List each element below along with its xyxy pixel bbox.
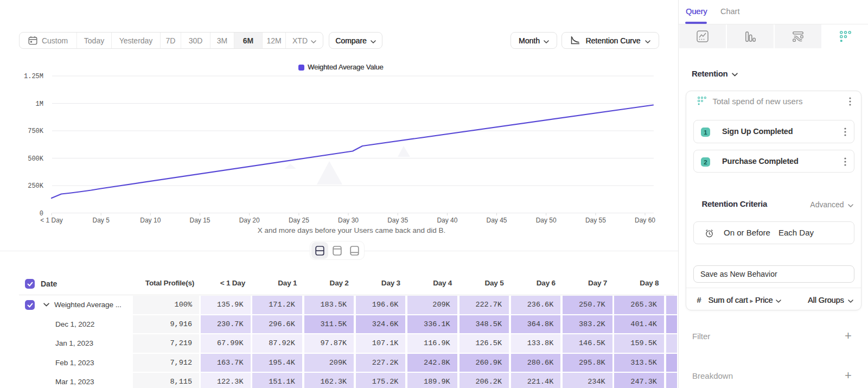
svg-text:750K: 750K — [28, 128, 44, 135]
svg-text:< 1 Day: < 1 Day — [40, 217, 63, 224]
svg-text:1.25M: 1.25M — [24, 73, 43, 80]
svg-text:Day 15: Day 15 — [189, 217, 210, 224]
svg-text:Day 50: Day 50 — [536, 217, 557, 224]
svg-text:Day 55: Day 55 — [585, 217, 606, 224]
svg-text:Day 20: Day 20 — [239, 217, 260, 224]
svg-text:Day 25: Day 25 — [289, 217, 309, 224]
svg-text:500K: 500K — [28, 155, 44, 163]
svg-text:Day 10: Day 10 — [140, 217, 161, 224]
svg-text:Day 30: Day 30 — [338, 217, 359, 224]
svg-text:Day 40: Day 40 — [437, 217, 457, 224]
svg-text:Day 5: Day 5 — [93, 217, 110, 224]
svg-text:X and more days before your Us: X and more days before your Users came b… — [258, 226, 446, 234]
svg-text:Day 60: Day 60 — [635, 217, 655, 224]
svg-text:Day 35: Day 35 — [387, 217, 408, 224]
svg-text:1M: 1M — [36, 100, 43, 108]
svg-text:250K: 250K — [28, 182, 44, 190]
svg-text:Day 45: Day 45 — [486, 217, 507, 224]
